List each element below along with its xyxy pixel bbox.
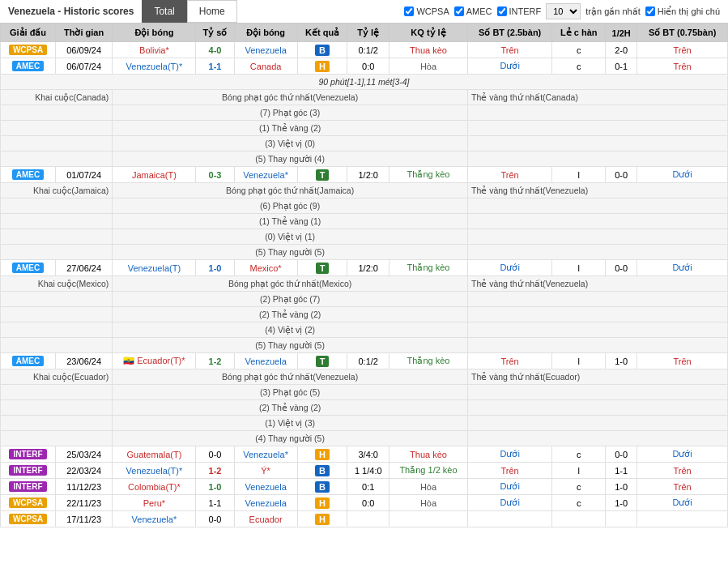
table-row: WCPSA 17/11/23 Venezuela* 0-0 Ecuador H (1, 511, 728, 527)
result-cell: T (297, 260, 347, 276)
detail-entry-row: (2) Thẻ vàng (2) (1, 307, 728, 322)
badge-cell: INTERF (1, 479, 56, 495)
le-c-cell: l (552, 167, 606, 183)
le-c-cell: l (552, 260, 606, 276)
so-bt-cell (467, 511, 551, 527)
half-cell: 1-1 (606, 463, 637, 479)
detail-entry-row: (1) Việt vị (3) (1, 416, 728, 431)
result-cell: B (297, 463, 347, 479)
half-cell: 2-0 (606, 42, 637, 58)
detail-entry-row: (6) Phạt góc (9) (1, 199, 728, 214)
ty-le-cell: 3/4:0 (347, 446, 390, 463)
ty-le-cell: 1 1/4:0 (347, 463, 390, 479)
so-bt-cell: Trên (467, 353, 551, 369)
kq-ty-le-cell: Thắng kèo (390, 353, 468, 369)
score-cell: 0-0 (196, 511, 234, 527)
so-bt2-cell: Trên (637, 463, 728, 479)
header-right: WCPSA AMEC INTERF 10 20 50 trận gần nhất… (404, 3, 728, 19)
half-cell: 1-0 (606, 479, 637, 495)
tab-total[interactable]: Total (142, 0, 186, 23)
col-ket-qua: Kết quả (297, 24, 347, 42)
col-ty-so: Tỷ số (196, 24, 234, 42)
col-ty-le: Tỷ lệ (347, 24, 390, 42)
hien-thi-ghi-chu[interactable]: Hiển thị ghi chú (645, 6, 720, 17)
team1-cell: Venezuela(T)* (113, 58, 196, 75)
le-c-cell: c (552, 479, 606, 495)
score-cell: 4-0 (196, 42, 234, 58)
detail-entry-row: (3) Việt vị (0) (1, 136, 728, 152)
so-bt2-cell: Trên (637, 353, 728, 369)
le-c-cell: c (552, 446, 606, 463)
so-bt-cell: Dưới (467, 446, 551, 463)
score-cell: 1-2 (196, 463, 234, 479)
team1-cell: Colombia(T)* (113, 479, 196, 495)
result-cell: T (297, 353, 347, 369)
le-c-cell: l (552, 353, 606, 369)
so-bt2-cell: Trên (637, 42, 728, 58)
detail-entry-row: (2) Phạt góc (7) (1, 292, 728, 307)
table-row: AMEC 01/07/24 Jamaica(T) 0-3 Venezuela* … (1, 167, 728, 183)
result-cell: H (297, 446, 347, 463)
wcpsa-filter[interactable]: WCPSA (404, 6, 449, 16)
half-cell: 1-0 (606, 495, 637, 511)
date-cell: 17/11/23 (55, 511, 112, 527)
detail-entry-row: (5) Thay người (5) (1, 245, 728, 260)
match-count-select[interactable]: 10 20 50 (546, 3, 581, 19)
badge-cell: INTERF (1, 446, 56, 463)
date-cell: 06/09/24 (55, 42, 112, 58)
detail-entry-row: (0) Việt vị (1) (1, 229, 728, 245)
team1-cell: 🇪🇨 Ecuador(T)* (113, 353, 196, 369)
amec-filter[interactable]: AMEC (454, 6, 492, 16)
badge-cell: WCPSA (1, 511, 56, 527)
detail-entry-row: (5) Thay người (5) (1, 338, 728, 353)
ty-le-cell: 1/2:0 (347, 167, 390, 183)
team1-cell: Peru* (113, 495, 196, 511)
detail-entry-row: (3) Phạt góc (5) (1, 385, 728, 400)
le-c-cell: l (552, 463, 606, 479)
team2-cell: Venezuela* (234, 446, 297, 463)
table-row: AMEC 23/06/24 🇪🇨 Ecuador(T)* 1-2 Venezue… (1, 353, 728, 369)
score-cell: 0-0 (196, 446, 234, 463)
col-half: 1/2H (606, 24, 637, 42)
ty-le-cell: 0:1/2 (347, 42, 390, 58)
team1-cell: Venezuela(T)* (113, 463, 196, 479)
team2-cell: Venezuela (234, 495, 297, 511)
ty-le-cell: 0:1 (347, 479, 390, 495)
team1-cell: Venezuela* (113, 511, 196, 527)
kq-ty-le-cell (390, 511, 468, 527)
interf-filter[interactable]: INTERF (497, 6, 542, 16)
team2-cell: Ý* (234, 463, 297, 479)
ty-le-cell: 0:1/2 (347, 353, 390, 369)
result-cell: H (297, 511, 347, 527)
team2-cell: Venezuela (234, 42, 297, 58)
team2-cell: Venezuela* (234, 167, 297, 183)
so-bt2-cell: Trên (637, 58, 728, 75)
kq-ty-le-cell: Thắng kèo (390, 167, 468, 183)
badge-cell: AMEC (1, 167, 56, 183)
badge-cell: WCPSA (1, 42, 56, 58)
so-bt2-cell (637, 511, 728, 527)
tab-home[interactable]: Home (187, 0, 237, 23)
score-cell: 1-1 (196, 58, 234, 75)
header-bar: Venezuela - Historic scores Total Home W… (0, 0, 728, 23)
detail-entry-row: (7) Phạt góc (3) (1, 105, 728, 121)
half-cell: 0-0 (606, 167, 637, 183)
detail-entry-row: Khai cuộc(Jamaica) Bóng phạt góc thứ nhấ… (1, 183, 728, 199)
badge-cell: AMEC (1, 260, 56, 276)
badge-cell: WCPSA (1, 495, 56, 511)
table-row: AMEC 27/06/24 Venezuela(T) 1-0 Mexico* T… (1, 260, 728, 276)
detail-row: 90 phút[1-1],11 mét[3-4] (1, 75, 728, 90)
le-c-cell: c (552, 42, 606, 58)
detail-entry-row: (1) Thẻ vàng (1) (1, 214, 728, 229)
date-cell: 22/11/23 (55, 495, 112, 511)
badge-cell: AMEC (1, 58, 56, 75)
so-bt2-cell: Dưới (637, 167, 728, 183)
date-cell: 01/07/24 (55, 167, 112, 183)
score-cell: 0-3 (196, 167, 234, 183)
date-cell: 23/06/24 (55, 353, 112, 369)
scores-table: Giải đấu Thời gian Đội bóng Tỷ số Đội bó… (0, 23, 728, 527)
half-cell: 1-0 (606, 353, 637, 369)
ty-le-cell: 1/2:0 (347, 260, 390, 276)
so-bt-cell: Dưới (467, 260, 551, 276)
le-c-cell: c (552, 58, 606, 75)
